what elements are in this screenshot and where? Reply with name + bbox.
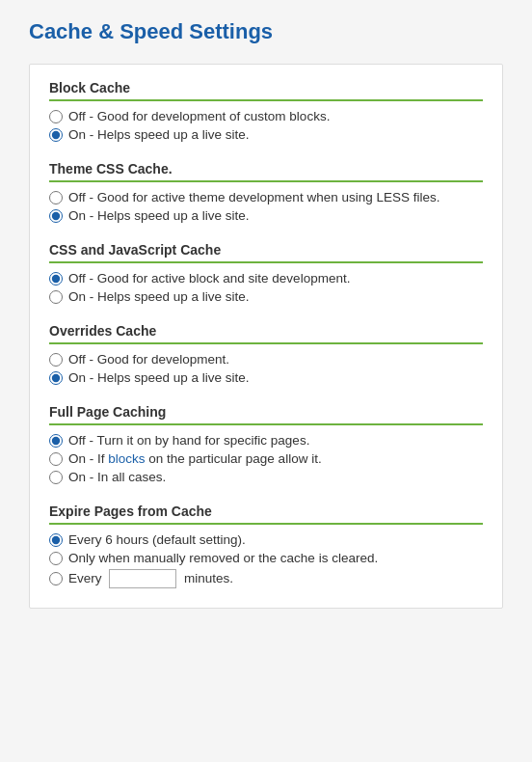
radio-option-block-off[interactable]: Off - Good for development of custom blo…: [49, 109, 483, 123]
label-after-text: minutes.: [180, 571, 233, 585]
radio-option-expire-6h[interactable]: Every 6 hours (default setting).: [49, 532, 483, 547]
radio-input-cssjs-off[interactable]: [49, 272, 63, 286]
radio-label-expire-6h[interactable]: Every 6 hours (default setting).: [68, 532, 246, 547]
radio-label-cssjs-on[interactable]: On - Helps speed up a live site.: [68, 289, 250, 304]
section-title-block-cache: Block Cache: [49, 80, 130, 95]
section-title-full-page-caching: Full Page Caching: [49, 404, 166, 420]
section-divider-theme-css-cache: [49, 180, 483, 182]
radio-option-cssjs-off[interactable]: Off - Good for active block and site dev…: [49, 271, 483, 286]
radio-input-overrides-on[interactable]: [49, 371, 63, 385]
radio-label-overrides-off[interactable]: Off - Good for development.: [68, 352, 229, 367]
radio-label-theme-off[interactable]: Off - Good for active theme development …: [68, 190, 439, 204]
section-divider-css-js-cache: [49, 261, 483, 263]
radio-label-expire-custom[interactable]: Every minutes.: [68, 569, 233, 588]
radio-option-theme-on[interactable]: On - Helps speed up a live site.: [49, 208, 483, 223]
radio-input-block-on[interactable]: [49, 128, 63, 142]
radio-input-overrides-off[interactable]: [49, 353, 63, 367]
radio-label-expire-manual[interactable]: Only when manually removed or the cache …: [68, 551, 378, 565]
radio-option-expire-custom[interactable]: Every minutes.: [49, 569, 483, 588]
section-theme-css-cache: Theme CSS Cache.Off - Good for active th…: [49, 161, 483, 223]
radio-label-block-off[interactable]: Off - Good for development of custom blo…: [68, 109, 330, 123]
page-title: Cache & Speed Settings: [29, 19, 503, 44]
label-text-after-link: on the particular page allow it.: [146, 451, 322, 466]
radio-label-fullpage-off[interactable]: Off - Turn it on by hand for specific pa…: [68, 433, 309, 448]
section-overrides-cache: Overrides CacheOff - Good for developmen…: [49, 323, 483, 385]
radio-input-expire-custom[interactable]: [49, 572, 63, 585]
minutes-input[interactable]: [109, 569, 176, 588]
radio-option-overrides-off[interactable]: Off - Good for development.: [49, 352, 483, 367]
section-css-js-cache: CSS and JavaScript CacheOff - Good for a…: [49, 242, 483, 304]
section-block-cache: Block CacheOff - Good for development of…: [49, 80, 483, 142]
radio-label-cssjs-off[interactable]: Off - Good for active block and site dev…: [68, 271, 350, 286]
radio-option-fullpage-on-blocks[interactable]: On - If blocks on the particular page al…: [49, 451, 483, 466]
radio-input-fullpage-on-all[interactable]: [49, 471, 63, 484]
section-title-overrides-cache: Overrides Cache: [49, 323, 156, 339]
radio-input-theme-off[interactable]: [49, 191, 63, 204]
radio-input-fullpage-on-blocks[interactable]: [49, 452, 63, 466]
radio-label-block-on[interactable]: On - Helps speed up a live site.: [68, 127, 250, 142]
section-expire-pages: Expire Pages from CacheEvery 6 hours (de…: [49, 503, 483, 588]
page-container: Cache & Speed Settings Block CacheOff - …: [0, 0, 532, 638]
radio-option-cssjs-on[interactable]: On - Helps speed up a live site.: [49, 289, 483, 304]
radio-input-theme-on[interactable]: [49, 209, 63, 223]
radio-option-block-on[interactable]: On - Helps speed up a live site.: [49, 127, 483, 142]
radio-input-expire-manual[interactable]: [49, 552, 63, 565]
section-divider-overrides-cache: [49, 342, 483, 344]
label-link[interactable]: blocks: [108, 451, 145, 466]
radio-option-theme-off[interactable]: Off - Good for active theme development …: [49, 190, 483, 204]
label-text-before-link: On - If: [68, 451, 108, 466]
radio-label-theme-on[interactable]: On - Helps speed up a live site.: [68, 208, 250, 223]
radio-input-expire-6h[interactable]: [49, 533, 63, 547]
radio-input-cssjs-on[interactable]: [49, 290, 63, 304]
section-title-css-js-cache: CSS and JavaScript Cache: [49, 242, 221, 258]
section-title-theme-css-cache: Theme CSS Cache.: [49, 161, 173, 177]
section-divider-full-page-caching: [49, 423, 483, 425]
radio-label-overrides-on[interactable]: On - Helps speed up a live site.: [68, 370, 250, 385]
label-before-text: Every: [68, 571, 105, 585]
radio-option-overrides-on[interactable]: On - Helps speed up a live site.: [49, 370, 483, 385]
radio-input-fullpage-off[interactable]: [49, 434, 63, 448]
radio-input-block-off[interactable]: [49, 110, 63, 123]
radio-label-fullpage-on-all[interactable]: On - In all cases.: [68, 470, 166, 484]
section-divider-block-cache: [49, 99, 483, 101]
radio-option-fullpage-on-all[interactable]: On - In all cases.: [49, 470, 483, 484]
section-divider-expire-pages: [49, 523, 483, 525]
section-full-page-caching: Full Page CachingOff - Turn it on by han…: [49, 404, 483, 484]
settings-card: Block CacheOff - Good for development of…: [29, 64, 503, 609]
radio-label-fullpage-on-blocks[interactable]: On - If blocks on the particular page al…: [68, 451, 322, 466]
radio-option-expire-manual[interactable]: Only when manually removed or the cache …: [49, 551, 483, 565]
section-title-expire-pages: Expire Pages from Cache: [49, 503, 212, 519]
radio-option-fullpage-off[interactable]: Off - Turn it on by hand for specific pa…: [49, 433, 483, 448]
